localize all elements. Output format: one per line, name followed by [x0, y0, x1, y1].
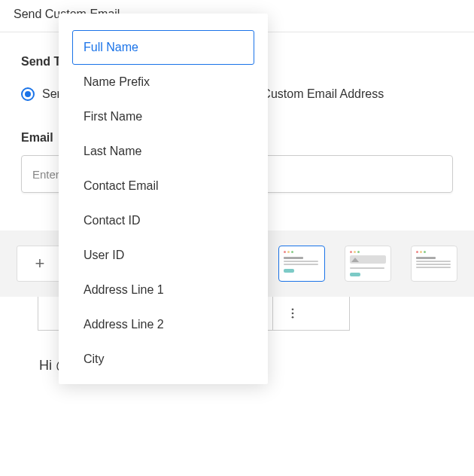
toolbar-more-button[interactable]: [273, 297, 312, 330]
template-card[interactable]: [411, 246, 457, 282]
more-vertical-icon: [286, 307, 299, 320]
svg-point-3: [292, 316, 294, 319]
template-card[interactable]: [278, 246, 325, 282]
template-card[interactable]: [345, 246, 391, 282]
dropdown-item-city[interactable]: City: [72, 342, 254, 377]
dropdown-item-name-prefix[interactable]: Name Prefix: [72, 65, 254, 99]
dropdown-item-user-id[interactable]: User ID: [72, 238, 254, 273]
dropdown-item-first-name[interactable]: First Name: [72, 99, 254, 134]
dropdown-item-full-name[interactable]: Full Name: [72, 30, 254, 65]
dropdown-item-contact-email[interactable]: Contact Email: [72, 169, 254, 203]
dropdown-item-address-2[interactable]: Address Line 2: [72, 307, 254, 342]
svg-point-2: [292, 313, 294, 315]
add-template-button[interactable]: +: [17, 246, 63, 282]
dropdown-item-contact-id[interactable]: Contact ID: [72, 203, 254, 238]
merge-field-dropdown: Full Name Name Prefix First Name Last Na…: [59, 14, 268, 384]
dropdown-item-address-1[interactable]: Address Line 1: [72, 273, 254, 307]
dropdown-item-last-name[interactable]: Last Name: [72, 134, 254, 169]
svg-point-1: [292, 308, 294, 310]
radio-icon: [21, 87, 35, 101]
